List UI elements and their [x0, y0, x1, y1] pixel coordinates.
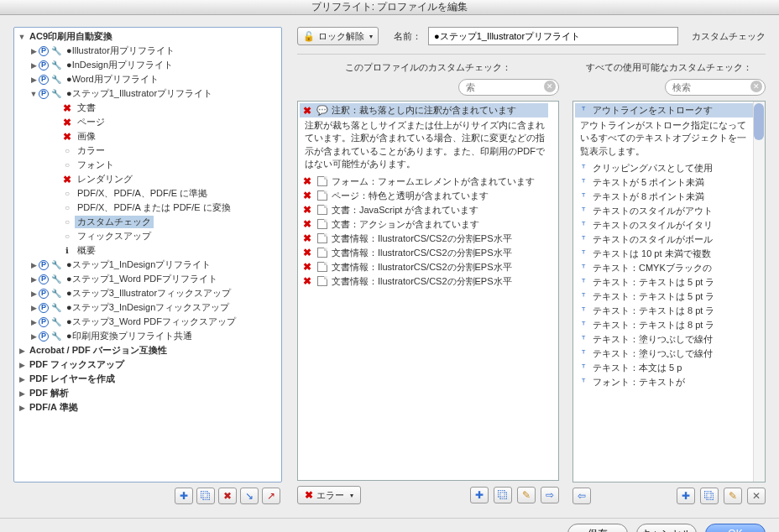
- scrollbar[interactable]: [753, 102, 765, 482]
- chevron-right-icon[interactable]: ▶: [18, 404, 26, 412]
- chevron-right-icon[interactable]: ▶: [29, 47, 38, 55]
- delete-button[interactable]: ✕: [747, 488, 766, 504]
- list-item-label: テキストのスタイルがイタリ: [593, 219, 713, 232]
- chevron-right-icon[interactable]: ▶: [29, 332, 38, 341]
- tree-leaf[interactable]: ✖文書: [14, 101, 281, 115]
- chevron-right-icon[interactable]: ▶: [18, 347, 26, 355]
- profile-checks-list[interactable]: ✖ 💬 注釈：裁ち落とし内に注釈が含まれています 注釈が裁ち落としサイズまたは仕…: [297, 101, 559, 481]
- chevron-right-icon[interactable]: ▶: [29, 275, 38, 284]
- tree-leaf[interactable]: フィックスアップ: [14, 229, 281, 243]
- add-button[interactable]: ✚: [470, 487, 489, 503]
- tree-node[interactable]: ▶P●ステップ3_Word PDFフィックスアップ: [14, 315, 281, 329]
- list-item[interactable]: ✖文書：JavaScript が含まれています: [300, 203, 548, 217]
- list-item[interactable]: ᵀテキスト：テキストは 8 pt ラ: [575, 304, 755, 318]
- edit-button[interactable]: ✎: [724, 488, 742, 504]
- move-right-button[interactable]: ⇨: [541, 487, 559, 503]
- ok-button[interactable]: OK: [705, 524, 766, 532]
- tree-node-expanded[interactable]: ▼P●ステップ1_Illustratorプリフライト: [14, 86, 281, 101]
- tree-node[interactable]: ▶P●Illustrator用プリフライト: [14, 44, 281, 58]
- text-icon: ᵀ: [577, 263, 590, 274]
- list-item[interactable]: ᵀテキストが 8 ポイント未満: [575, 190, 755, 204]
- list-item[interactable]: ᵀテキスト：塗りつぶしで線付: [575, 332, 755, 347]
- list-item[interactable]: ᵀテキストのスタイルがイタリ: [575, 218, 755, 232]
- move-left-button[interactable]: ⇦: [572, 488, 591, 504]
- list-item[interactable]: ✖文書：アクションが含まれています: [300, 217, 548, 232]
- list-item[interactable]: ✖文書情報：IlustratorCS/CS2の分割EPS水平: [300, 246, 548, 260]
- list-item[interactable]: ᵀフォント：テキストが: [575, 375, 755, 389]
- list-item-selected[interactable]: ᵀ アウトラインをストロークす: [575, 103, 755, 117]
- duplicate-button[interactable]: ⿻: [700, 488, 719, 504]
- tree-root[interactable]: ▼ AC9印刷用自動変換: [14, 29, 281, 44]
- list-item[interactable]: ᵀテキスト：テキストは 5 pt ラ: [575, 275, 755, 289]
- tree-leaf[interactable]: フォント: [14, 158, 281, 172]
- edit-button[interactable]: ✎: [517, 487, 536, 503]
- list-item[interactable]: ᵀテキストのスタイルがボール: [575, 232, 755, 247]
- import-button[interactable]: ↘: [240, 488, 259, 504]
- clear-search-icon[interactable]: ✕: [544, 81, 556, 92]
- list-item[interactable]: ᵀテキスト：テキストは 8 pt ラ: [575, 318, 755, 332]
- list-item[interactable]: ᵀテキスト：CMYKブラックの: [575, 261, 755, 275]
- tree-leaf[interactable]: カラー: [14, 143, 281, 158]
- tree-node[interactable]: ▶P●ステップ3_Illustratorフィックスアップ: [14, 286, 281, 300]
- list-item[interactable]: ᵀクリッピングパスとして使用: [575, 161, 755, 175]
- delete-button[interactable]: ✖: [218, 488, 237, 504]
- lock-dropdown[interactable]: 🔓 ロック解除 ▾: [297, 27, 379, 45]
- tree-label: レンダリング: [75, 173, 135, 185]
- chevron-right-icon[interactable]: ▶: [29, 61, 38, 70]
- tree-leaf[interactable]: ✖ページ: [14, 115, 281, 129]
- tree-node[interactable]: ▶P●印刷用変換プリフライト共通: [14, 329, 281, 343]
- error-dropdown[interactable]: ✖エラー▾: [297, 486, 361, 504]
- list-item[interactable]: ᵀテキスト：塗りつぶしで線付: [575, 347, 755, 361]
- chevron-right-icon[interactable]: ▶: [18, 389, 26, 398]
- duplicate-button[interactable]: ⿻: [494, 487, 512, 503]
- tree-node[interactable]: ▶P●Word用プリフライト: [14, 72, 281, 86]
- list-item[interactable]: ᵀテキストが 5 ポイント未満: [575, 175, 755, 190]
- tree-leaf[interactable]: ✖画像: [14, 129, 281, 143]
- tree-category[interactable]: ▶PDF フィックスアップ: [14, 357, 281, 372]
- save-button[interactable]: 保存: [567, 524, 628, 532]
- tree-leaf-selected[interactable]: カスタムチェック: [14, 215, 281, 229]
- chevron-right-icon[interactable]: ▶: [18, 361, 26, 369]
- chevron-down-icon[interactable]: ▼: [18, 33, 26, 41]
- list-item[interactable]: ✖文書情報：IlustratorCS/CS2の分割EPS水平: [300, 232, 548, 246]
- export-button[interactable]: ↗: [262, 488, 280, 504]
- tree-category[interactable]: ▶Acrobat / PDF バージョン互換性: [14, 343, 281, 357]
- cancel-button[interactable]: キャンセル: [636, 524, 697, 532]
- list-item[interactable]: ᵀテキスト：本文は 5 p: [575, 361, 755, 375]
- tree-node[interactable]: ▶P●ステップ3_InDesignフィックスアップ: [14, 300, 281, 315]
- chevron-down-icon[interactable]: ▼: [29, 90, 38, 98]
- tree-leaf[interactable]: PDF/X、PDF/A、PDF/E に準拠: [14, 186, 281, 201]
- list-item[interactable]: ᵀテキストは 10 pt 未満で複数: [575, 247, 755, 261]
- chevron-right-icon[interactable]: ▶: [29, 289, 38, 298]
- list-item[interactable]: ᵀテキストのスタイルがアウト: [575, 204, 755, 218]
- chevron-right-icon[interactable]: ▶: [18, 375, 26, 383]
- profile-tree[interactable]: ▼ AC9印刷用自動変換 ▶P●Illustrator用プリフライト ▶P●In…: [13, 27, 282, 482]
- tree-category[interactable]: ▶PDF レイヤーを作成: [14, 372, 281, 386]
- list-item-selected[interactable]: ✖ 💬 注釈：裁ち落とし内に注釈が含まれています: [300, 103, 548, 117]
- list-item[interactable]: ✖フォーム：フォームエレメントが含まれています: [300, 175, 548, 189]
- chevron-right-icon[interactable]: ▶: [29, 76, 38, 84]
- tree-leaf[interactable]: ℹ概要: [14, 243, 281, 258]
- add-button[interactable]: ✚: [677, 488, 695, 504]
- tree-category[interactable]: ▶PDF/A 準拠: [14, 400, 281, 415]
- all-checks-list[interactable]: ᵀ アウトラインをストロークす アウトラインがストローク指定になっているすべての…: [572, 101, 766, 482]
- tree-leaf[interactable]: PDF/X、PDF/A または PDF/E に変換: [14, 201, 281, 215]
- add-button[interactable]: ✚: [175, 488, 193, 504]
- duplicate-button[interactable]: ⿻: [196, 488, 215, 504]
- tree-node[interactable]: ▶P●ステップ1_Word PDFプリフライト: [14, 272, 281, 286]
- tree-category[interactable]: ▶PDF 解析: [14, 386, 281, 400]
- tree-leaf[interactable]: ✖レンダリング: [14, 172, 281, 186]
- list-item[interactable]: ᵀテキスト：テキストは 5 pt ラ: [575, 289, 755, 304]
- scrollbar-thumb[interactable]: [754, 103, 764, 140]
- list-item[interactable]: ✖文書情報：IlustratorCS/CS2の分割EPS水平: [300, 260, 548, 274]
- tree-node[interactable]: ▶P●ステップ1_InDesignプリフライト: [14, 258, 281, 272]
- clear-search-icon[interactable]: ✕: [750, 81, 762, 92]
- list-item[interactable]: ✖文書情報：IlustratorCS/CS2の分割EPS水平: [300, 274, 548, 289]
- list-item[interactable]: ✖ページ：特色と透明が含まれています: [300, 189, 548, 203]
- list-item-label: テキスト：CMYKブラックの: [593, 262, 712, 274]
- chevron-right-icon[interactable]: ▶: [29, 261, 38, 269]
- tree-node[interactable]: ▶P●InDesign用プリフライト: [14, 58, 281, 72]
- name-input[interactable]: [428, 27, 678, 45]
- chevron-right-icon[interactable]: ▶: [29, 304, 38, 312]
- chevron-right-icon[interactable]: ▶: [29, 318, 38, 326]
